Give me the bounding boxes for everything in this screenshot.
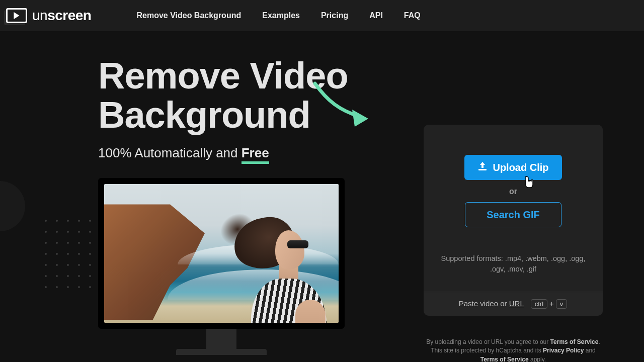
or-divider: or [437, 187, 590, 196]
supported-formats-text: Supported formats: .mp4, .webm, .ogg, .o… [437, 253, 590, 275]
kbd-v: v [556, 299, 568, 309]
upload-clip-button[interactable]: Upload Clip [464, 155, 561, 180]
nav-examples[interactable]: Examples [262, 11, 300, 20]
paste-hint: Paste video or URL ctrl+v [424, 292, 603, 316]
privacy-link[interactable]: Privacy Policy [543, 347, 584, 354]
legal-disclaimer: By uploading a video or URL you agree to… [424, 338, 603, 362]
paste-url-link[interactable]: URL [509, 299, 524, 308]
search-gif-button[interactable]: Search GIF [465, 202, 561, 227]
svg-rect-2 [478, 169, 487, 170]
main-nav: Remove Video Background Examples Pricing… [136, 11, 420, 20]
nav-pricing[interactable]: Pricing [321, 11, 348, 20]
brand-logo[interactable]: unscreen [6, 8, 91, 24]
page-subheadline: 100% Automatically and Free [98, 145, 420, 161]
nav-faq[interactable]: FAQ [404, 11, 421, 20]
tos-link[interactable]: Terms of Service [550, 338, 599, 345]
nav-remove-bg[interactable]: Remove Video Background [136, 11, 241, 20]
upload-clip-label: Upload Clip [493, 162, 548, 173]
upload-panel: Upload Clip or Search GIF Supported form… [424, 125, 603, 316]
nav-api[interactable]: API [369, 11, 383, 20]
top-nav: unscreen Remove Video Background Example… [0, 0, 644, 31]
hero-monitor-illustration [98, 178, 345, 355]
svg-marker-0 [14, 12, 19, 19]
tos-link-2[interactable]: Terms of Service [480, 356, 529, 362]
upload-icon [477, 162, 488, 173]
page-headline: Remove Video Background [98, 56, 420, 134]
play-logo-icon [6, 8, 27, 23]
kbd-ctrl: ctrl [531, 299, 547, 309]
brand-name: unscreen [32, 8, 91, 24]
